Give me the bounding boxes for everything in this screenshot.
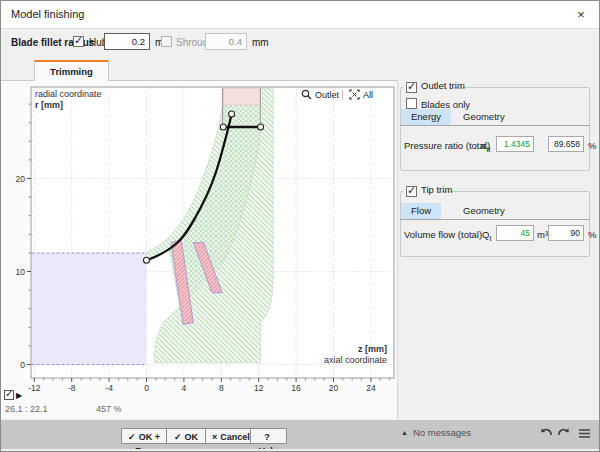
tab-flow[interactable]: Flow <box>401 203 441 219</box>
help-button[interactable]: ?Help <box>250 428 287 444</box>
pressure-ratio-percent-input[interactable]: 89.658 <box>548 136 584 152</box>
pressure-ratio-label: Pressure ratio (total) <box>404 140 490 151</box>
tip-trim-group <box>400 191 590 257</box>
model-finishing-dialog: Model finishing × Blade fillet radius Hu… <box>0 0 600 452</box>
marker-shroud-inlet[interactable] <box>144 257 150 263</box>
tip-trim-title[interactable]: Tip trim <box>421 184 452 195</box>
title-bar: Model finishing × <box>1 1 599 29</box>
auto-apply-toggle-icon[interactable] <box>4 390 14 400</box>
tab-outlet-geometry[interactable]: Geometry <box>453 109 515 125</box>
svg-text:12: 12 <box>254 383 264 393</box>
shroud-checkbox[interactable] <box>161 36 172 47</box>
collapse-messages-icon[interactable]: ▲ <box>401 429 408 436</box>
question-icon: ? <box>264 432 270 442</box>
zoom-outlet-label: Outlet <box>315 90 339 100</box>
meridional-chart-canvas[interactable]: -12-8-40481216202401020 <box>1 81 397 419</box>
volume-flow-symbol: Qt <box>482 229 491 242</box>
outlet-trim-title[interactable]: Outlet trim <box>421 80 465 91</box>
cursor-coordinates: 26.1 : 22.1 <box>5 404 48 414</box>
marker-trim-left[interactable] <box>220 124 226 130</box>
svg-text:4: 4 <box>182 383 187 393</box>
hub-fillet-input[interactable]: 0.2 <box>104 33 150 50</box>
expand-all-icon <box>349 89 360 100</box>
svg-text:10: 10 <box>16 267 26 277</box>
svg-text:-12: -12 <box>28 383 41 393</box>
shroud-checkbox-label[interactable]: Shroud <box>176 37 208 48</box>
outlet-tabs-underline <box>400 125 590 126</box>
menu-icon[interactable] <box>578 428 591 439</box>
play-icon: ▶ <box>16 391 22 400</box>
footer-band <box>1 420 600 449</box>
toolbar-separator <box>342 90 343 100</box>
pressure-ratio-symbol: πtt <box>480 140 490 153</box>
close-icon[interactable]: × <box>569 4 593 26</box>
volume-flow-label: Volume flow (total) <box>404 229 482 240</box>
outlet-trim-checkbox[interactable] <box>406 82 417 93</box>
tab-tip-geometry[interactable]: Geometry <box>453 203 515 219</box>
zoom-all-label: All <box>363 90 373 100</box>
cancel-button[interactable]: ×Cancel <box>205 428 251 444</box>
zoom-all-button[interactable]: All <box>349 89 373 100</box>
marker-trim-right[interactable] <box>258 124 264 130</box>
inlet-region <box>32 253 147 365</box>
svg-text:20: 20 <box>16 174 26 184</box>
svg-text:-4: -4 <box>105 383 113 393</box>
zoom-outlet-button[interactable]: Outlet <box>301 89 339 100</box>
svg-text:0: 0 <box>20 360 25 370</box>
check-icon: ✓ <box>174 432 182 442</box>
check-icon: ✓ <box>128 432 136 442</box>
undo-icon[interactable] <box>539 426 553 439</box>
pressure-ratio-percent-unit: % <box>588 140 596 151</box>
ok-button[interactable]: ✓OK <box>166 428 206 444</box>
volume-flow-percent-input[interactable]: 90 <box>548 225 584 241</box>
marker-shroud-outlet[interactable] <box>229 111 235 117</box>
no-messages-label: No messages <box>413 427 471 438</box>
trimming-pane: -12-8-40481216202401020 radial coordinat… <box>1 81 397 419</box>
x-axis-unit: z [mm] <box>358 344 387 354</box>
tab-energy[interactable]: Energy <box>401 109 451 125</box>
volume-flow-percent-unit: % <box>588 229 596 240</box>
hub-checkbox[interactable] <box>73 36 84 47</box>
svg-text:24: 24 <box>366 383 376 393</box>
x-axis-title: axial coordinate <box>324 355 387 365</box>
tip-trim-header: Tip trim <box>403 185 440 197</box>
outlet-trim-header: Outlet trim <box>403 81 453 93</box>
volume-flow-input[interactable]: 45 <box>496 225 534 241</box>
y-axis-title: radial coordinate <box>35 89 102 99</box>
y-axis-unit: r [mm] <box>35 100 63 110</box>
tab-trimming[interactable]: Trimming <box>34 60 109 81</box>
svg-text:0: 0 <box>144 383 149 393</box>
pressure-ratio-input[interactable]: 1.4345 <box>496 136 534 152</box>
outlet-trim-cutoff-region <box>223 88 261 105</box>
magnifier-icon <box>301 89 312 100</box>
svg-text:16: 16 <box>291 383 301 393</box>
shroud-fillet-unit: mm <box>252 37 269 48</box>
close-x-icon: × <box>212 432 217 442</box>
blades-only-checkbox[interactable] <box>406 98 417 109</box>
redo-icon[interactable] <box>557 426 571 439</box>
svg-text:8: 8 <box>219 383 224 393</box>
shroud-fillet-input: 0.4 <box>205 33 247 50</box>
dialog-title: Model finishing <box>11 8 84 20</box>
zoom-percentage: 457 % <box>96 404 122 414</box>
ok-run-button[interactable]: ✓OK + Run <box>121 428 167 444</box>
svg-text:20: 20 <box>329 383 339 393</box>
tip-tabs-underline <box>400 219 590 220</box>
svg-text:-8: -8 <box>68 383 76 393</box>
tip-trim-checkbox[interactable] <box>406 186 417 197</box>
